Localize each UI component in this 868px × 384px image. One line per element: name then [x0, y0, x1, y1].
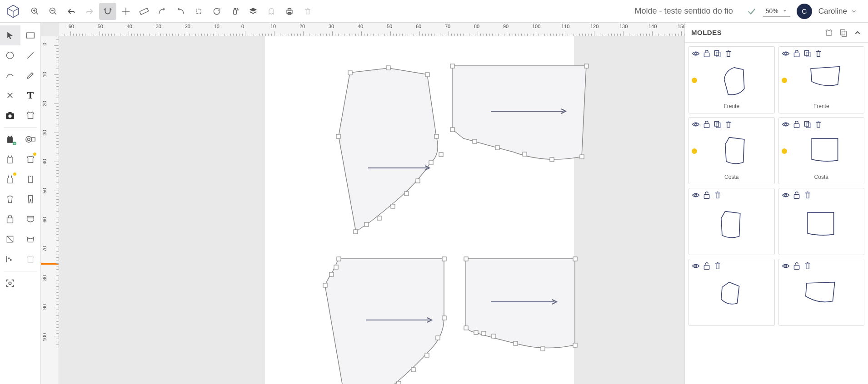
trash-icon[interactable] — [713, 262, 722, 270]
shirt-variant-tool[interactable] — [20, 149, 41, 169]
layers-button[interactable] — [244, 3, 262, 20]
lock-icon[interactable] — [793, 49, 801, 58]
mold-card[interactable] — [688, 259, 775, 326]
bodice-tool[interactable] — [0, 129, 20, 149]
snap-button[interactable] — [99, 3, 116, 20]
pencil-tool[interactable] — [20, 65, 41, 85]
bag-tool[interactable] — [0, 209, 20, 229]
copy-icon[interactable] — [803, 49, 812, 58]
top-right-area: 50% C Caroline — [747, 4, 864, 19]
svg-rect-91 — [714, 121, 718, 126]
pants-tool[interactable] — [20, 189, 41, 209]
zoom-select[interactable]: 50% — [763, 5, 790, 17]
lock-icon[interactable] — [703, 191, 711, 199]
crosshair-button[interactable] — [117, 3, 135, 20]
pattern-piece-4[interactable] — [459, 254, 591, 372]
spray-button[interactable] — [226, 3, 244, 20]
mold-card[interactable]: Costa — [688, 117, 775, 184]
camera-tool[interactable] — [0, 105, 20, 125]
lock-icon[interactable] — [793, 262, 801, 270]
collapse-icon[interactable] — [853, 29, 862, 37]
mirror-button[interactable] — [172, 3, 189, 20]
copy-icon[interactable] — [839, 28, 848, 37]
pattern-piece-2[interactable] — [445, 61, 595, 188]
chart-tool[interactable] — [0, 249, 20, 269]
chevron-down-icon — [782, 8, 788, 14]
trash-icon[interactable] — [713, 191, 722, 199]
scan-tool[interactable] — [0, 273, 20, 293]
trash-icon[interactable] — [724, 49, 733, 58]
eye-icon[interactable] — [782, 191, 790, 199]
eye-icon[interactable] — [692, 262, 700, 270]
eye-icon[interactable] — [692, 191, 700, 199]
mold-card[interactable] — [778, 259, 865, 326]
mold-card[interactable] — [688, 188, 775, 255]
ghost-button[interactable] — [263, 3, 280, 20]
pattern-piece-3[interactable] — [316, 254, 470, 384]
eye-icon[interactable] — [782, 49, 790, 58]
user-menu[interactable]: Caroline — [818, 7, 857, 16]
curve-draw-tool[interactable] — [0, 65, 20, 85]
top-tool[interactable] — [0, 169, 20, 189]
mold-label — [692, 251, 772, 252]
svg-rect-90 — [704, 123, 709, 128]
lock-icon[interactable] — [703, 262, 711, 270]
collar-tool[interactable] — [20, 229, 41, 249]
rectangle-tool[interactable] — [20, 25, 41, 45]
ellipse-tool[interactable] — [0, 45, 20, 65]
print-button[interactable] — [281, 3, 298, 20]
ruler-tick: 70 — [42, 246, 47, 251]
trash-icon[interactable] — [814, 49, 823, 58]
mold-card[interactable] — [778, 188, 865, 255]
svg-point-81 — [695, 53, 697, 55]
copy-icon[interactable] — [713, 49, 722, 58]
zoom-in-button[interactable] — [26, 3, 44, 20]
line-tool[interactable] — [20, 45, 41, 65]
mold-card[interactable]: Frente — [778, 46, 865, 113]
eye-icon[interactable] — [782, 262, 790, 270]
notch-tool[interactable] — [0, 229, 20, 249]
trash-button[interactable] — [299, 3, 316, 20]
trash-icon[interactable] — [803, 191, 812, 199]
copy-icon[interactable] — [713, 120, 722, 128]
refresh-button[interactable] — [208, 3, 225, 20]
zoom-out-button[interactable] — [45, 3, 62, 20]
svg-rect-17 — [288, 8, 291, 10]
app-logo[interactable] — [4, 2, 23, 21]
sleeve-tool[interactable] — [0, 189, 20, 209]
copy-icon[interactable] — [803, 120, 812, 128]
garment-tool[interactable] — [20, 105, 41, 125]
close-tool[interactable] — [0, 85, 20, 105]
select-tool[interactable] — [0, 25, 20, 45]
redo-button[interactable] — [81, 3, 98, 20]
lock-icon[interactable] — [793, 191, 801, 199]
eye-icon[interactable] — [692, 49, 700, 58]
undo-button[interactable] — [63, 3, 80, 20]
pattern-piece-1[interactable] — [314, 64, 468, 254]
lock-icon[interactable] — [703, 120, 711, 128]
lock-icon[interactable] — [793, 120, 801, 128]
mold-card[interactable]: Frente — [688, 46, 775, 113]
pocket-tool[interactable] — [20, 209, 41, 229]
user-avatar[interactable]: C — [797, 4, 812, 19]
trash-icon[interactable] — [814, 120, 823, 128]
garment-icon[interactable] — [824, 28, 833, 37]
curve-button[interactable] — [154, 3, 171, 20]
mold-card[interactable]: Costa — [778, 117, 865, 184]
lock-icon[interactable] — [703, 49, 711, 58]
svg-rect-42 — [429, 161, 433, 165]
svg-rect-83 — [714, 50, 718, 55]
tank-tool[interactable] — [0, 149, 20, 169]
trash-icon[interactable] — [803, 262, 812, 270]
text-tool[interactable]: T — [20, 85, 41, 105]
tape-tool[interactable] — [20, 129, 41, 149]
apply-check-icon[interactable] — [747, 6, 757, 16]
pattern-button[interactable] — [190, 3, 207, 20]
trash-icon[interactable] — [724, 120, 733, 128]
eye-icon[interactable] — [692, 120, 700, 128]
ruler-button[interactable] — [135, 3, 153, 20]
eye-icon[interactable] — [782, 120, 790, 128]
canvas[interactable] — [59, 36, 684, 384]
ruler-tick: 70 — [445, 24, 450, 29]
vest-tool[interactable] — [20, 169, 41, 189]
